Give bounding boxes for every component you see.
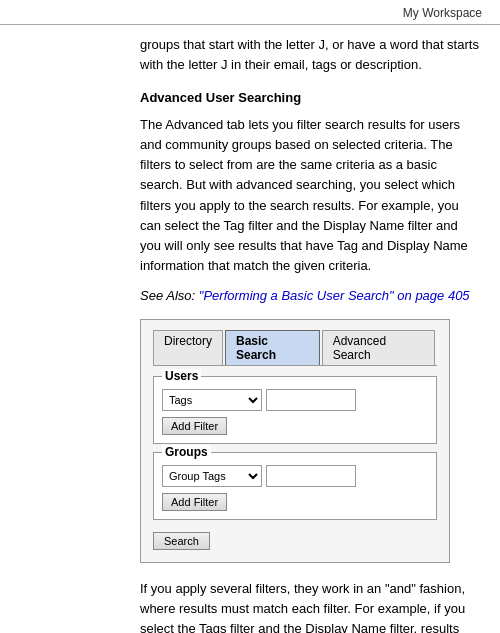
search-widget: Directory Basic Search Advanced Search U… [140,319,450,563]
main-content: groups that start with the letter J, or … [0,25,500,633]
groups-filter-dropdown[interactable]: Group Tags Group Name Group Description [162,465,262,487]
see-also-link[interactable]: "Performing a Basic User Search" on page… [199,288,470,303]
see-also-prefix: See Also: [140,288,199,303]
users-group: Users Tags Display Name First Name Last … [153,376,437,444]
users-group-label: Users [162,369,201,383]
post-widget-paragraph-1: If you apply several filters, they work … [140,579,482,633]
see-also: See Also: "Performing a Basic User Searc… [140,288,482,303]
users-filter-input[interactable] [266,389,356,411]
users-add-filter-button[interactable]: Add Filter [162,417,227,435]
header-title: My Workspace [403,6,482,20]
tab-bar: Directory Basic Search Advanced Search [153,330,437,366]
body-paragraph-1: The Advanced tab lets you filter search … [140,115,482,276]
groups-filter-row: Group Tags Group Name Group Description [162,465,428,487]
groups-group: Groups Group Tags Group Name Group Descr… [153,452,437,520]
users-filter-row: Tags Display Name First Name Last Name E… [162,389,428,411]
tab-advanced-search[interactable]: Advanced Search [322,330,435,365]
tab-directory[interactable]: Directory [153,330,223,365]
groups-filter-input[interactable] [266,465,356,487]
users-filter-dropdown[interactable]: Tags Display Name First Name Last Name E… [162,389,262,411]
groups-add-filter-button[interactable]: Add Filter [162,493,227,511]
tab-basic-search[interactable]: Basic Search [225,330,320,365]
section-heading: Advanced User Searching [140,90,482,105]
intro-paragraph: groups that start with the letter J, or … [140,35,482,74]
groups-group-label: Groups [162,445,211,459]
search-button[interactable]: Search [153,532,210,550]
page-header: My Workspace [0,0,500,25]
